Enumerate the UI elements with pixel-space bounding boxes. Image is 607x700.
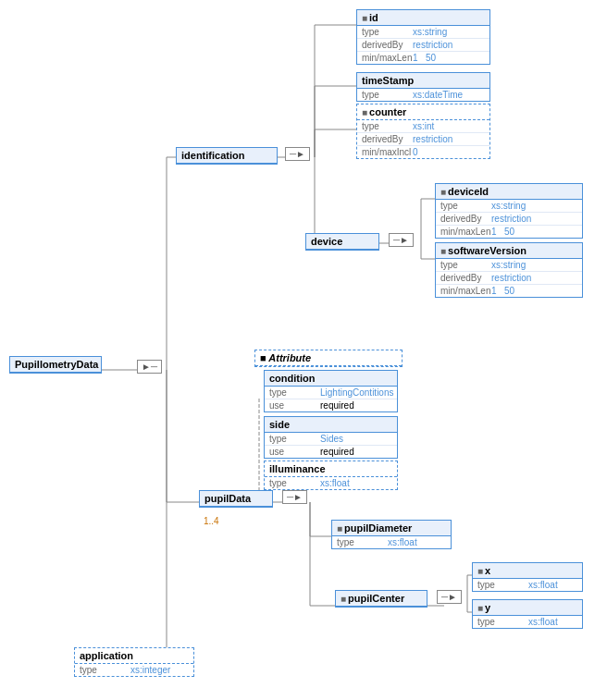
device-node: device [305,233,379,251]
application-node: application type xs:integer [74,647,194,677]
pupilcenter-label: ■pupilCenter [336,591,427,607]
softwareversion-minmaxlen-row: min/maxLen 1 50 [436,285,582,297]
counter-node: ■counter type xs:int derivedBy restricti… [356,104,490,159]
conn-symbol-3: ─► [389,233,414,247]
illuminance-type-row: type xs:float [265,477,397,489]
connector-pupillometry: ►─ [137,360,162,374]
application-label: application [75,648,193,664]
pupillometry-data-node: PupillometryData [9,356,102,374]
pupillometry-data-label: PupillometryData [10,357,101,373]
conn-symbol-1: ►─ [137,360,162,374]
deviceid-derivedby-row: derivedBy restriction [436,213,582,226]
counter-derivedby-row: derivedBy restriction [357,133,489,146]
x-type-row: type xs:float [473,579,582,591]
condition-use-row: use required [265,399,397,411]
condition-label: condition [265,371,397,387]
y-type-row: type xs:float [473,616,582,628]
pupildiameter-type-row: type xs:float [332,536,451,548]
counter-label: ■counter [357,104,489,120]
deviceid-minmaxlen-row: min/maxLen 1 50 [436,226,582,238]
pupildiameter-node: ■pupilDiameter type xs:float [331,520,452,549]
pupilcenter-node: ■pupilCenter [335,590,427,608]
id-node: ■id type xs:string derivedBy restriction… [356,9,490,65]
identification-node: identification [176,147,278,165]
condition-type-row: type LightingContitions [265,387,397,399]
deviceid-type-row: type xs:string [436,200,582,213]
attribute-container: ■ Attribute [254,350,403,367]
id-label: ■id [357,10,489,26]
device-label: device [306,234,378,250]
timestamp-type-row: type xs:dateTime [357,89,489,101]
illuminance-node: illuminance type xs:float [264,461,398,490]
softwareversion-label: ■softwareVersion [436,243,582,259]
softwareversion-type-row: type xs:string [436,259,582,272]
pupildata-node: pupilData [199,490,273,508]
application-type-row: type xs:integer [75,664,193,676]
x-node: ■x type xs:float [472,562,583,592]
illuminance-label: illuminance [265,461,397,477]
conn-symbol-2: ─► [285,147,310,161]
connector-identification: ─► [285,147,310,161]
timestamp-label: timeStamp [357,73,489,89]
deviceid-label: ■deviceId [436,184,582,200]
id-derivedby-row: derivedBy restriction [357,39,489,52]
connector-pupildata: ─► [282,490,307,504]
softwareversion-node: ■softwareVersion type xs:string derivedB… [435,242,583,298]
timestamp-node: timeStamp type xs:dateTime [356,72,490,102]
side-node: side type Sides use required [264,416,398,459]
diagram: PupillometryData ►─ identification ─► ■i… [0,0,607,700]
condition-node: condition type LightingContitions use re… [264,370,398,412]
x-label: ■x [473,563,582,579]
conn-symbol-5: ─► [437,590,462,604]
y-label: ■y [473,600,582,616]
counter-minmaxincl-row: min/maxIncl 0 [357,146,489,158]
connector-device: ─► [389,233,414,247]
identification-label: identification [177,148,277,164]
id-minmaxlen-row: min/maxLen 1 50 [357,52,489,64]
attribute-label: ■ Attribute [255,350,402,366]
pupildata-multiplicity: 1..4 [204,516,219,526]
connector-pupilcenter: ─► [437,590,462,604]
side-use-row: use required [265,446,397,458]
y-node: ■y type xs:float [472,599,583,629]
side-type-row: type Sides [265,433,397,446]
side-label: side [265,417,397,433]
pupildiameter-label: ■pupilDiameter [332,521,451,536]
id-type-row: type xs:string [357,26,489,39]
softwareversion-derivedby-row: derivedBy restriction [436,272,582,285]
pupildata-label: pupilData [200,491,272,507]
counter-type-row: type xs:int [357,120,489,133]
conn-symbol-4: ─► [282,490,307,504]
deviceid-node: ■deviceId type xs:string derivedBy restr… [435,183,583,239]
